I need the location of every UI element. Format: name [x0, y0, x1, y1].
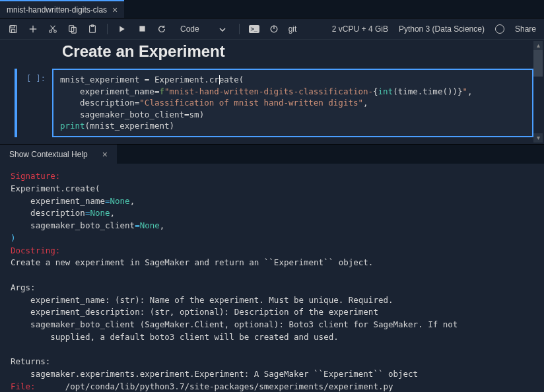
paste-icon[interactable] — [87, 24, 98, 34]
file-tabs: mnist-handwritten-digits-clas × — [0, 0, 544, 18]
terminal-icon[interactable]: >_ — [249, 25, 259, 33]
close-icon[interactable]: × — [112, 5, 118, 15]
notebook-tab[interactable]: mnist-handwritten-digits-clas × — [0, 0, 124, 18]
svg-rect-14 — [139, 26, 145, 31]
compute-label[interactable]: 2 vCPU + 4 GiB — [332, 24, 388, 34]
svg-line-8 — [51, 25, 55, 30]
restart-icon[interactable] — [156, 24, 167, 34]
scroll-thumb[interactable] — [533, 50, 543, 77]
scrollbar[interactable]: ▴ ▾ — [533, 41, 543, 143]
markdown-heading: Create an Experiment — [62, 42, 533, 61]
cell-type-dropdown[interactable]: Code — [176, 23, 230, 35]
contextual-help-tab[interactable]: Show Contextual Help × — [0, 145, 117, 164]
separator — [239, 24, 240, 34]
help-tab-label: Show Contextual Help — [9, 150, 88, 159]
help-tabs: Show Contextual Help × — [0, 144, 544, 164]
cell-type-label: Code — [180, 24, 199, 34]
svg-line-7 — [51, 25, 55, 30]
cut-icon[interactable] — [48, 24, 58, 34]
file-label: File: — [11, 381, 36, 391]
signature-label: Signature: — [11, 171, 60, 181]
kernel-status-icon[interactable] — [495, 24, 504, 34]
copy-icon[interactable] — [67, 24, 78, 34]
add-cell-icon[interactable] — [28, 24, 38, 34]
chevron-down-icon — [219, 24, 226, 34]
scroll-down-icon[interactable]: ▾ — [533, 133, 543, 143]
toolbar-right: 2 vCPU + 4 GiB Python 3 (Data Science) S… — [332, 24, 536, 34]
file-value: /opt/conda/lib/python3.7/site-packages/s… — [65, 381, 393, 391]
svg-point-6 — [54, 30, 57, 32]
code-editor[interactable]: mnist_experiment = Experiment.create( ex… — [52, 69, 533, 137]
save-icon[interactable] — [8, 24, 18, 34]
docstring-label: Docstring: — [11, 245, 60, 255]
separator — [107, 24, 108, 34]
toolbar-left: Code >_ git — [8, 23, 296, 35]
kernel-label[interactable]: Python 3 (Data Science) — [399, 24, 485, 34]
cell-prompt: [ ]: — [17, 69, 52, 137]
svg-point-5 — [50, 30, 52, 32]
share-button[interactable]: Share — [515, 24, 536, 34]
power-icon[interactable] — [269, 24, 279, 34]
svg-marker-13 — [119, 26, 125, 32]
notebook-area: Create an Experiment [ ]: mnist_experime… — [0, 40, 544, 144]
code-cell[interactable]: [ ]: mnist_experiment = Experiment.creat… — [15, 69, 533, 137]
svg-rect-2 — [11, 29, 15, 32]
close-icon[interactable]: × — [102, 149, 108, 160]
tab-label: mnist-handwritten-digits-clas — [7, 5, 107, 15]
docstring-body: Create a new experiment in SageMaker and… — [11, 257, 458, 379]
stop-icon[interactable] — [137, 24, 147, 34]
contextual-help-content: Signature: Experiment.create( experiment… — [0, 164, 544, 392]
svg-rect-1 — [11, 25, 15, 28]
notebook-toolbar: Code >_ git 2 vCPU + 4 GiB Python 3 (Dat… — [0, 18, 544, 40]
scroll-up-icon[interactable]: ▴ — [533, 41, 543, 50]
git-label[interactable]: git — [289, 24, 297, 34]
run-icon[interactable] — [117, 24, 127, 34]
